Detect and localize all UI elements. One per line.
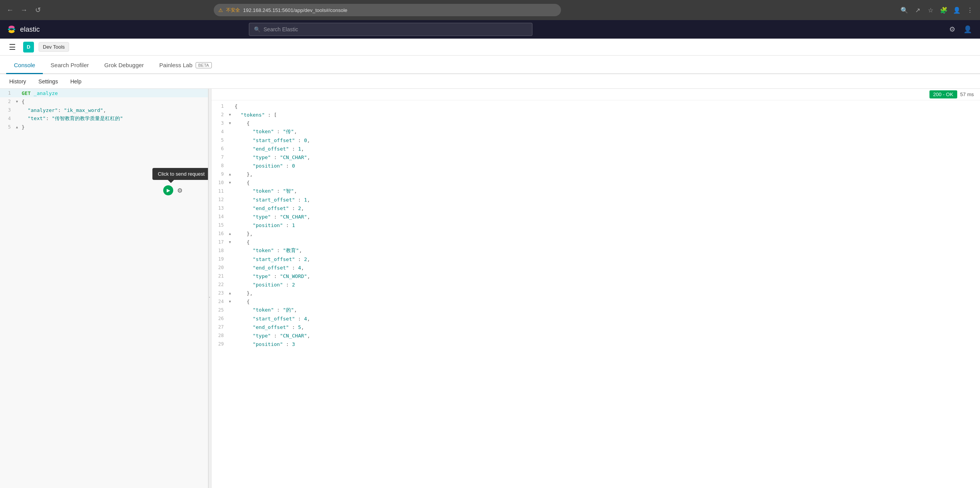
hamburger-icon: ☰ xyxy=(9,42,16,52)
tab-grok-debugger[interactable]: Grok Debugger xyxy=(96,57,152,74)
settings-button[interactable]: Settings xyxy=(35,77,61,86)
line-number-2: 2 xyxy=(0,99,14,104)
resp-line-20: 20 "end_offset" : 4, xyxy=(211,263,980,272)
browser-profile-btn[interactable]: 👤 xyxy=(951,5,962,15)
toolbar: History Settings Help xyxy=(0,74,980,89)
resp-line-25: 25 "token" : "的", xyxy=(211,306,980,314)
editor-line-1: 1 GET _analyze xyxy=(0,89,208,97)
address-bar[interactable]: ⚠ 不安全 192.168.245.151:5601/app/dev_tools… xyxy=(214,4,561,16)
resp-line-27: 27 "end_offset" : 5, xyxy=(211,323,980,331)
tab-console[interactable]: Console xyxy=(6,57,43,74)
resp-line-14: 14 "type" : "CN_CHAR", xyxy=(211,212,980,221)
resp-line-26: 26 "start_offset" : 4, xyxy=(211,314,980,323)
browser-bookmark-btn[interactable]: ☆ xyxy=(925,5,936,15)
tab-search-profiler[interactable]: Search Profiler xyxy=(43,57,96,74)
browser-search-btn[interactable]: 🔍 xyxy=(899,5,910,15)
kibana-search-bar[interactable]: 🔍 Search Elastic xyxy=(249,23,532,36)
resize-bar[interactable]: ⋮ xyxy=(208,89,211,488)
resp-line-13: 13 "end_offset" : 2, xyxy=(211,204,980,212)
forward-button[interactable]: → xyxy=(19,5,29,15)
resp-line-10: 10 ▼ { xyxy=(211,178,980,187)
tab-bar: Console Search Profiler Grok Debugger Pa… xyxy=(0,56,980,74)
help-button[interactable]: Help xyxy=(67,77,84,86)
editor-line-2: 2 ▼ { xyxy=(0,97,208,106)
line-gutter-2[interactable]: ▼ xyxy=(14,100,20,103)
user-avatar: D xyxy=(23,42,34,53)
line-content-4: "text": "传智教育的教学质量是杠杠的" xyxy=(20,115,123,122)
resp-line-16: 16 ▲ }, xyxy=(211,229,980,238)
user-icon-btn[interactable]: 👤 xyxy=(961,23,974,36)
resp-line-19: 19 "start_offset" : 2, xyxy=(211,255,980,263)
editor-line-4: 4 "text": "传智教育的教学质量是杠杠的" xyxy=(0,114,208,123)
copy-as-curl-button[interactable]: ⚙ xyxy=(175,185,185,195)
elastic-logo-text: elastic xyxy=(20,25,40,34)
elastic-logo[interactable]: elastic xyxy=(6,24,40,35)
tooltip-text: Click to send request xyxy=(158,171,204,177)
resp-line-29: 29 "position" : 3 xyxy=(211,340,980,348)
nav-bar: ☰ D Dev Tools xyxy=(0,39,980,56)
line-number-3: 3 xyxy=(0,107,14,113)
resp-line-2: 2 ▼ "tokens" : [ xyxy=(211,110,980,119)
tooltip-bubble: Click to send request xyxy=(152,168,208,180)
code-editor[interactable]: 1 GET _analyze 2 ▼ { 3 "analyzer": "ik_m… xyxy=(0,89,208,488)
resp-line-4: 4 "token" : "传", xyxy=(211,127,980,136)
resp-line-22: 22 "position" : 2 xyxy=(211,280,980,289)
beta-badge: BETA xyxy=(196,62,212,68)
browser-menu-btn[interactable]: ⋮ xyxy=(965,5,975,15)
lock-icon: ⚠ xyxy=(218,7,223,13)
browser-share-btn[interactable]: ↗ xyxy=(912,5,923,15)
line-content-5: } xyxy=(20,124,25,130)
line-number-5: 5 xyxy=(0,124,14,130)
kibana-header-actions: ⚙ 👤 xyxy=(946,23,974,36)
status-badge: 200 - OK xyxy=(929,90,957,98)
resp-line-3: 3 ▼ { xyxy=(211,119,980,127)
send-request-button[interactable]: ▶ xyxy=(163,185,173,195)
history-button[interactable]: History xyxy=(6,77,29,86)
line-number-4: 4 xyxy=(0,116,14,121)
search-placeholder: Search Elastic xyxy=(264,26,298,32)
svg-point-4 xyxy=(10,28,14,30)
resp-line-17: 17 ▼ { xyxy=(211,238,980,246)
resp-line-23: 23 ▲ }, xyxy=(211,289,980,297)
tab-grok-debugger-label: Grok Debugger xyxy=(104,62,144,68)
editor-line-3: 3 "analyzer": "ik_max_word", xyxy=(0,106,208,114)
response-header: 200 - OK 57 ms xyxy=(211,89,980,100)
editor-resize-handle[interactable] xyxy=(206,89,208,488)
resp-line-5: 5 "start_offset" : 0, xyxy=(211,136,980,144)
line-content-2: { xyxy=(20,99,25,105)
kibana-header: elastic 🔍 Search Elastic ⚙ 👤 xyxy=(0,20,980,39)
url-text: 192.168.245.151:5601/app/dev_tools#/cons… xyxy=(243,7,556,13)
elastic-logo-icon xyxy=(6,24,17,35)
resp-line-9: 9 ▲ }, xyxy=(211,170,980,178)
search-icon: 🔍 xyxy=(254,26,260,32)
security-warning: 不安全 xyxy=(226,7,240,14)
tooltip-container: Click to send request xyxy=(152,168,208,180)
resp-line-8: 8 "position" : 0 xyxy=(211,161,980,170)
resp-line-28: 28 "type" : "CN_CHAR", xyxy=(211,331,980,340)
settings-icon-btn[interactable]: ⚙ xyxy=(946,23,958,36)
resp-line-6: 6 "end_offset" : 1, xyxy=(211,144,980,153)
hamburger-menu[interactable]: ☰ xyxy=(6,41,19,53)
editor-actions: ▶ ⚙ xyxy=(163,185,185,195)
resp-line-11: 11 "token" : "智", xyxy=(211,187,980,195)
tab-painless-lab[interactable]: Painless Lab BETA xyxy=(152,57,220,74)
resp-line-7: 7 "type" : "CN_CHAR", xyxy=(211,153,980,161)
line-content-1: GET _analyze xyxy=(20,90,58,96)
browser-chrome: ← → ↺ ⚠ 不安全 192.168.245.151:5601/app/dev… xyxy=(0,0,980,20)
back-button[interactable]: ← xyxy=(5,5,15,15)
resp-line-24: 24 ▼ { xyxy=(211,297,980,306)
breadcrumb-devtools[interactable]: Dev Tools xyxy=(39,42,69,52)
browser-extension-btn[interactable]: 🧩 xyxy=(938,5,949,15)
resp-line-21: 21 "type" : "CN_WORD", xyxy=(211,272,980,280)
resp-line-18: 18 "token" : "教育", xyxy=(211,246,980,255)
response-time: 57 ms xyxy=(960,92,974,97)
resp-line-12: 12 "start_offset" : 1, xyxy=(211,195,980,204)
line-number-1: 1 xyxy=(0,90,14,96)
tab-painless-lab-label: Painless Lab xyxy=(159,62,193,68)
main-content: 1 GET _analyze 2 ▼ { 3 "analyzer": "ik_m… xyxy=(0,89,980,488)
response-body[interactable]: 1 { 2 ▼ "tokens" : [ 3 ▼ { 4 "token xyxy=(211,100,980,488)
refresh-button[interactable]: ↺ xyxy=(32,5,43,15)
browser-action-buttons: 🔍 ↗ ☆ 🧩 👤 ⋮ xyxy=(899,5,975,15)
line-gutter-5[interactable]: ▲ xyxy=(14,125,20,129)
tab-console-label: Console xyxy=(14,62,35,68)
